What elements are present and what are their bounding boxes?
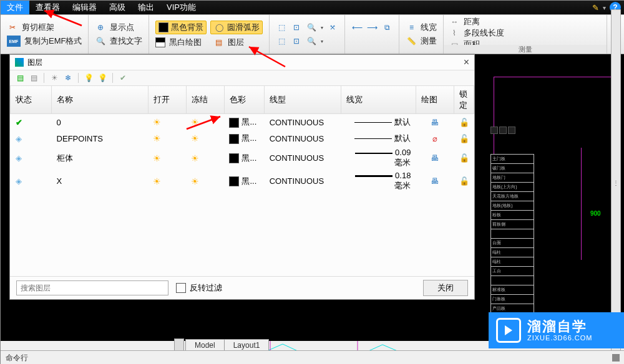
dialog-titlebar[interactable]: 图层 × [10,55,474,70]
dialog-close-button[interactable]: × [464,57,469,68]
find-text-button[interactable]: 🔍 查找文字 [95,36,142,47]
state-cell[interactable]: ✔ [11,114,52,131]
col-lineweight[interactable]: 线宽 [341,86,416,114]
freeze-cell[interactable]: ☀ [186,146,224,170]
mdi-max-icon[interactable] [499,127,507,134]
lock-cell[interactable]: 🔓 [454,146,474,170]
tab-nav-first-icon[interactable] [174,338,184,351]
lineweight-cell[interactable]: 0.18 毫米 [341,170,416,193]
col-linetype[interactable]: 线型 [265,86,341,114]
invert-filter-checkbox[interactable]: 反转过滤 [176,282,222,294]
color-cell[interactable]: 黑... [224,114,264,131]
menu-viewer[interactable]: 查看器 [29,1,66,14]
linetype-cell[interactable]: CONTINUOUS [265,130,341,146]
crop-frame-button[interactable]: ✂ 剪切框架 [7,22,82,33]
bw-draw-button[interactable]: 黑白绘图 [155,37,202,48]
menu-vip[interactable]: VIP功能 [160,1,202,14]
new-layer-icon[interactable]: ▤ [14,72,26,84]
table-row[interactable]: ✔0☀☀黑...CONTINUOUS默认🖶🔓 [11,114,474,131]
zoom-icon[interactable]: 🔍 [306,22,317,33]
extents-icon[interactable]: ⊡ [291,22,302,33]
polyline-length-button[interactable]: ⌇ 多段线长度 [449,27,504,39]
on-cell[interactable]: ☀ [148,170,186,193]
tab-model[interactable]: Model [185,339,225,351]
pan-icon[interactable]: ⤧ [327,22,338,33]
next-view-icon[interactable]: ⟶ [366,22,378,33]
freeze-cell[interactable]: ☀ [186,170,224,193]
on-cell[interactable]: ☀ [148,146,186,170]
layers-button[interactable]: ▤ 图层 [213,37,244,48]
col-lock[interactable]: 锁定 [454,86,474,114]
linewidth-button[interactable]: ≡ 线宽 [406,22,437,33]
status-grip-icon[interactable] [612,354,620,362]
lock-cell[interactable]: 🔓 [454,114,474,131]
plot-cell[interactable]: 🖶 [416,170,454,193]
tool-sun-icon[interactable]: ☀ [48,72,61,84]
zoom2-dropdown-icon[interactable]: ▾ [321,39,323,44]
plot-cell[interactable]: 🖶 [416,114,454,131]
copy-view-icon[interactable]: ⧉ [381,22,392,33]
delete-layer-icon[interactable]: ▤ [27,72,40,84]
menu-output[interactable]: 输出 [132,1,160,14]
linetype-cell[interactable]: CONTINUOUS [265,170,341,193]
tool-bulb-off-icon[interactable]: 💡 [82,72,95,84]
col-state[interactable]: 状态 [11,86,52,114]
mdi-min-icon[interactable] [490,127,498,134]
menu-file[interactable]: 文件 [1,1,29,14]
on-cell[interactable]: ☀ [148,114,186,131]
copy-emf-button[interactable]: EMF 复制为EMF格式 [7,36,82,47]
select-icon[interactable]: ⬚ [276,22,287,33]
zoom-out-icon[interactable]: 🔍 [306,36,317,47]
on-cell[interactable]: ☀ [148,130,186,146]
state-cell[interactable]: ◈ [11,130,52,146]
tool-bulb-on-icon[interactable]: 💡 [96,72,109,84]
linetype-cell[interactable]: CONTINUOUS [265,146,341,170]
color-cell[interactable]: 黑... [224,130,264,146]
search-layers-input[interactable] [16,280,168,295]
lock-cell[interactable]: 🔓 [454,170,474,193]
plot-cell[interactable]: 🖶 [416,146,454,170]
prev-view-icon[interactable]: ⟵ [351,22,363,33]
dropdown-icon[interactable]: ▾ [603,4,606,11]
table-row[interactable]: ◈柜体☀☀黑...CONTINUOUS0.09 毫米🖶🔓 [11,146,474,170]
measure-button[interactable]: 📏 测量 [406,36,437,47]
name-cell[interactable]: DEFPOINTS [52,130,149,146]
close-button[interactable]: 关闭 [423,280,468,296]
table-row[interactable]: ◈X☀☀黑...CONTINUOUS0.18 毫米🖶🔓 [11,170,474,193]
name-cell[interactable]: 0 [52,114,149,131]
linetype-cell[interactable]: CONTINUOUS [265,114,341,131]
menu-advanced[interactable]: 高级 [103,1,132,14]
mdi-close-icon[interactable] [508,127,515,134]
black-bg-button[interactable]: 黑色背景 [155,21,207,34]
tool-check-icon[interactable]: ✔ [117,72,129,84]
brush-icon[interactable]: ✎ [592,3,599,12]
lineweight-cell[interactable]: 默认 [341,130,416,146]
col-name[interactable]: 名称 [52,86,149,114]
distance-button[interactable]: ↔ 距离 [449,16,504,27]
state-cell[interactable]: ◈ [11,146,52,170]
show-point-button[interactable]: ⊕ 显示点 [95,22,142,33]
freeze-cell[interactable]: ☀ [186,114,224,131]
vertical-scrollbar[interactable]: ⋮ [611,9,621,356]
lock-cell[interactable]: 🔓 [454,130,474,146]
tool-snow-icon[interactable]: ❄ [62,72,74,84]
select2-icon[interactable]: ⬚ [276,36,287,47]
col-color[interactable]: 色彩 [224,86,264,114]
smooth-arc-button[interactable]: ◯ 圆滑弧形 [210,21,263,34]
menu-editor[interactable]: 编辑器 [66,1,103,14]
zoom-dropdown-icon[interactable]: ▾ [321,25,323,31]
color-cell[interactable]: 黑... [224,146,264,170]
lineweight-cell[interactable]: 0.09 毫米 [341,146,416,170]
plot-cell[interactable]: ⌀ [416,130,454,146]
name-cell[interactable]: 柜体 [52,146,149,170]
table-row[interactable]: ◈DEFPOINTS☀☀黑...CONTINUOUS默认⌀🔓 [11,130,474,146]
state-cell[interactable]: ◈ [11,170,52,193]
tab-layout1[interactable]: Layout1 [224,339,270,351]
color-cell[interactable]: 黑... [224,170,264,193]
extents2-icon[interactable]: ⊡ [291,36,302,47]
name-cell[interactable]: X [52,170,149,193]
col-plot[interactable]: 绘图 [416,86,454,114]
col-on[interactable]: 打开 [148,86,186,114]
freeze-cell[interactable]: ☀ [186,130,224,146]
col-freeze[interactable]: 冻结 [186,86,224,114]
